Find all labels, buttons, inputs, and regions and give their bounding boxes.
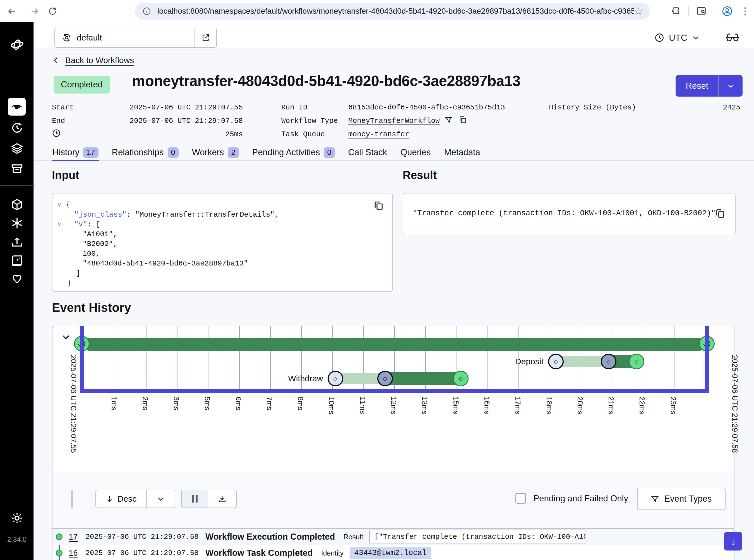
address-bar[interactable]: localhost:8080/namespaces/default/workfl… — [135, 3, 650, 20]
result-card: "Transfer complete (transaction IDs: OKW… — [403, 193, 736, 235]
activity-completed-node[interactable]: ◇ — [629, 354, 644, 369]
timeline-collapse-button[interactable] — [60, 331, 72, 343]
browser-forward-button[interactable] — [27, 3, 42, 19]
timeline-tick-label: 18ms — [545, 397, 553, 415]
chevron-down-icon — [157, 495, 165, 503]
event-name: Workflow Task Completed — [205, 548, 313, 558]
site-info-icon[interactable] — [142, 7, 151, 16]
detail-value-link[interactable]: MoneyTransferWorkflow — [348, 117, 440, 125]
json-line: 100, — [53, 249, 373, 259]
sidebar-item-namespaces[interactable] — [0, 197, 34, 213]
download-history-button[interactable] — [208, 490, 236, 507]
detail-value-group: MoneyTransferWorkflow — [348, 115, 467, 126]
detail-value: 2025-07-06 UTC 21:29:07.55 — [129, 103, 243, 112]
activity-started-node[interactable]: ◇ — [377, 371, 393, 386]
tab-metadata[interactable]: Metadata — [444, 144, 481, 161]
back-to-workflows-link[interactable]: Back to Workflows — [52, 56, 134, 65]
theme-toggle[interactable] — [0, 510, 34, 526]
labs-mode-toggle[interactable] — [725, 28, 740, 48]
sidebar-item-import[interactable] — [0, 235, 34, 250]
tab-queries[interactable]: Queries — [400, 144, 431, 161]
sort-menu-button[interactable] — [147, 490, 175, 507]
timeline-start-label: 2025-07-06 UTC 21:29:07.55 — [69, 355, 78, 453]
pause-button[interactable] — [182, 490, 208, 507]
workflow-execution-bar[interactable] — [84, 338, 705, 351]
activity-scheduled-node[interactable]: ◇ — [328, 371, 343, 386]
sidebar-item-schedules[interactable] — [0, 120, 34, 136]
browser-back-button[interactable] — [4, 3, 20, 19]
tab-count-badge: 0 — [324, 147, 334, 158]
timezone-value: UTC — [669, 33, 687, 43]
activity-scheduled-node[interactable]: ◇ — [548, 354, 564, 369]
sidebar-item-workflows[interactable] — [8, 98, 26, 116]
tab-history[interactable]: History17 — [52, 144, 99, 161]
timezone-selector[interactable]: UTC — [654, 28, 699, 48]
sidebar-item-archive[interactable] — [0, 161, 34, 176]
json-line: "48043d0d-5b41-4920-bd6c-3ae28897ba13" — [53, 259, 373, 268]
collapse-caret-icon[interactable]: ∨ — [58, 220, 61, 229]
event-history-heading: Event History — [52, 301, 131, 315]
sort-desc-button[interactable]: Desc — [96, 490, 147, 507]
event-types-button[interactable]: Event Types — [637, 488, 726, 510]
sidebar-item-feedback[interactable] — [0, 271, 34, 286]
pending-failed-checkbox[interactable] — [515, 493, 526, 504]
namespace-selector-main[interactable]: default — [55, 28, 195, 47]
timeline-tick-label: 2ms — [141, 397, 149, 411]
chevron-left-icon — [52, 56, 60, 64]
heart-icon — [11, 272, 23, 285]
detail-label: Start — [52, 103, 74, 112]
layers-icon — [11, 142, 23, 155]
timeline-tick-label: 5ms — [203, 397, 211, 411]
event-id-link[interactable]: 16 — [69, 548, 85, 558]
workflow-title: moneytransfer-48043d0d-5b41-4920-bd6c-3a… — [132, 72, 521, 89]
sidebar-item-docs[interactable] — [0, 253, 34, 268]
glasses-icon — [725, 32, 740, 43]
temporal-logo[interactable] — [0, 37, 34, 53]
profile-avatar-icon[interactable] — [721, 5, 733, 17]
browser-menu-icon[interactable]: ⋮ — [740, 5, 750, 17]
activity-completed-node[interactable]: ◇ — [453, 371, 469, 386]
filter-cluster: Pending and Failed Only Event Types — [515, 489, 726, 510]
browser-reload-button[interactable] — [45, 3, 60, 19]
namespace-selector[interactable]: default — [55, 28, 217, 48]
activity-started-node[interactable]: ◇ — [601, 354, 616, 369]
timeline-left-axis — [80, 326, 84, 393]
timeline-tick-label: 11ms — [358, 397, 367, 414]
event-row[interactable]: 162025-07-06 UTC 21:29:07.58Workflow Tas… — [53, 545, 734, 560]
detail-value-group: money-transfer — [348, 130, 409, 138]
event-detail-label: Result — [343, 533, 363, 541]
tab-relationships[interactable]: Relationships0 — [111, 144, 179, 161]
tab-label: History — [53, 147, 79, 157]
book-sparkle-icon — [11, 254, 23, 267]
input-copy-button[interactable] — [373, 200, 384, 213]
event-row[interactable]: 172025-07-06 UTC 21:29:07.58Workflow Exe… — [53, 529, 734, 545]
event-id-link[interactable]: 17 — [69, 532, 85, 542]
json-line-text: "json_class": "MoneyTransfer::TransferDe… — [53, 210, 373, 220]
tab-workers[interactable]: Workers2 — [191, 144, 240, 161]
timeline-tick-label: 6ms — [234, 397, 243, 411]
reset-menu-button[interactable] — [718, 75, 742, 97]
detail-row: End2025-07-06 UTC 21:29:07.58 — [52, 114, 243, 127]
filter-button[interactable] — [445, 116, 453, 126]
detail-value-group: 2425 — [723, 103, 740, 112]
side-panel-search-icon[interactable] — [696, 6, 707, 17]
reset-button[interactable]: Reset — [676, 75, 718, 97]
timeline-end-label: 2025-07-06 UTC 21:29:07.58 — [730, 355, 739, 453]
namespace-open-button[interactable] — [195, 28, 216, 47]
sidebar-item-deployments[interactable] — [0, 141, 34, 156]
detail-value-link[interactable]: money-transfer — [348, 130, 409, 138]
tab-label: Call Stack — [348, 147, 387, 157]
result-copy-button[interactable] — [714, 208, 726, 220]
tab-pending-activities[interactable]: Pending Activities0 — [252, 144, 335, 161]
timeline-tick-labels: 1ms2ms3ms5ms6ms7ms8ms10ms11ms12ms13ms15m… — [84, 397, 705, 472]
collapse-caret-icon[interactable]: ∨ — [58, 200, 61, 210]
sidebar-item-nexus[interactable] — [0, 215, 34, 231]
url-text[interactable]: localhost:8080/namespaces/default/workfl… — [157, 7, 634, 16]
bookmark-star-icon[interactable]: ☆ — [634, 5, 643, 17]
json-line-text: { — [53, 200, 373, 210]
tab-call-stack[interactable]: Call Stack — [348, 144, 388, 161]
scroll-to-bottom-button[interactable]: ↓ — [724, 532, 742, 551]
copy-button[interactable] — [458, 115, 467, 126]
extensions-icon[interactable] — [671, 6, 681, 16]
copy-icon — [373, 200, 384, 211]
